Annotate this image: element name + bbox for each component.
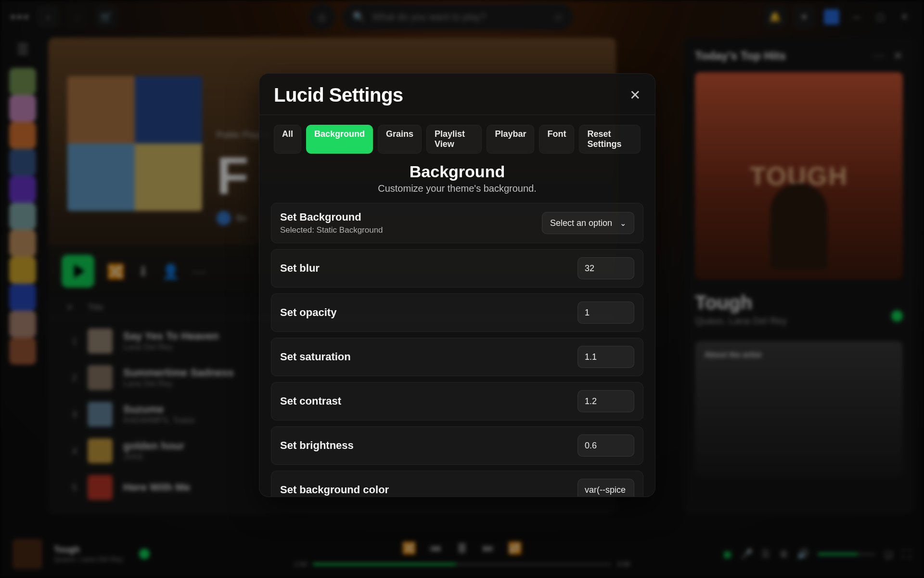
tab-reset-settings[interactable]: Reset Settings [579,125,641,154]
chevron-down-icon: ⌄ [620,219,626,228]
blur-input[interactable]: 32 [578,257,634,279]
brightness-label: Set brightness [280,439,354,452]
bgcolor-input[interactable]: var(--spice [578,479,634,497]
brightness-input[interactable]: 0.6 [578,434,634,457]
tab-all[interactable]: All [274,125,301,154]
row-blur: Set blur 32 [271,249,643,288]
section-subtitle: Customize your theme's background. [259,183,655,194]
row-bgcolor: Set background color var(--spice [271,471,643,497]
background-select-label: Select an option [550,218,612,228]
bgcolor-label: Set background color [280,484,389,496]
contrast-label: Set contrast [280,395,341,407]
set-background-selected: Selected: Static Background [280,225,383,235]
saturation-input[interactable]: 1.1 [578,346,634,368]
opacity-label: Set opacity [280,306,336,319]
modal-tabs: AllBackgroundGrainsPlaylist ViewPlaybarF… [259,115,655,156]
background-select[interactable]: Select an option ⌄ [542,212,634,234]
settings-modal: Lucid Settings ✕ AllBackgroundGrainsPlay… [259,73,655,497]
tab-grains[interactable]: Grains [378,125,422,154]
tab-background[interactable]: Background [306,125,373,154]
tab-font[interactable]: Font [539,125,574,154]
tab-playbar[interactable]: Playbar [487,125,534,154]
section-title: Background [259,162,655,181]
saturation-label: Set saturation [280,351,351,363]
row-contrast: Set contrast 1.2 [271,382,643,420]
blur-label: Set blur [280,262,320,275]
row-opacity: Set opacity 1 [271,293,643,332]
close-icon[interactable]: ✕ [629,87,641,103]
tab-playlist-view[interactable]: Playlist View [426,125,482,154]
row-saturation: Set saturation 1.1 [271,338,643,376]
row-set-background: Set Background Selected: Static Backgrou… [271,203,643,243]
modal-title: Lucid Settings [274,84,403,106]
row-brightness: Set brightness 0.6 [271,426,643,465]
opacity-input[interactable]: 1 [578,302,634,324]
set-background-label: Set Background [280,211,383,223]
contrast-input[interactable]: 1.2 [578,390,634,412]
